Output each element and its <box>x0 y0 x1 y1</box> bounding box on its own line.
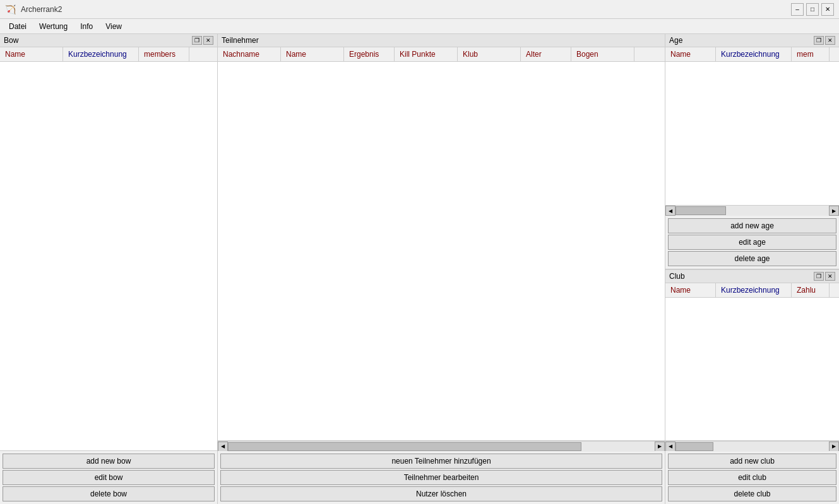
teilnehmer-scroll-track[interactable] <box>228 442 655 452</box>
age-scroll-right[interactable]: ▶ <box>829 206 839 216</box>
menu-datei[interactable]: Datei <box>3 21 33 32</box>
bow-panel-header: Bow ❐ ✕ <box>0 34 217 47</box>
club-scrollbar[interactable]: ◀ ▶ <box>665 441 839 451</box>
age-close-button[interactable]: ✕ <box>825 36 835 45</box>
edit-bow-button[interactable]: edit bow <box>3 470 215 485</box>
bow-restore-button[interactable]: ❐ <box>192 36 202 45</box>
teilnehmer-col-klub: Klub <box>458 47 521 61</box>
close-button[interactable]: ✕ <box>821 3 834 16</box>
menu-bar: Datei Wertung Info View <box>0 19 839 34</box>
teilnehmer-col-name: Name <box>281 47 344 61</box>
club-scroll-track[interactable] <box>675 442 829 452</box>
club-panel-header: Club ❐ ✕ <box>665 270 839 283</box>
club-close-button[interactable]: ✕ <box>825 272 835 281</box>
app-icon: 🏹 <box>5 4 16 15</box>
menu-wertung[interactable]: Wertung <box>33 21 74 32</box>
club-button-area: add new club edit club delete club <box>665 451 839 504</box>
title-bar: 🏹 Archerrank2 – □ ✕ <box>0 0 839 19</box>
add-new-age-button[interactable]: add new age <box>668 218 836 233</box>
teilnehmer-col-bogen: Bogen <box>571 47 634 61</box>
teilnehmer-scrollbar[interactable]: ◀ ▶ <box>218 441 665 451</box>
edit-teilnehmer-button[interactable]: Teilnehmer bearbeiten <box>220 470 662 485</box>
delete-age-button[interactable]: delete age <box>668 251 836 266</box>
right-panels: Age ❐ ✕ Name Kurzbezeichnung mem ◀ <box>665 34 839 504</box>
teilnehmer-panel: Teilnehmer Nachname Name Ergebnis Kill P… <box>218 34 665 504</box>
delete-bow-button[interactable]: delete bow <box>3 486 215 501</box>
delete-teilnehmer-button[interactable]: Nutzer löschen <box>220 486 662 501</box>
bow-col-members: members <box>139 47 189 61</box>
club-scroll-left[interactable]: ◀ <box>665 442 675 452</box>
teilnehmer-col-ergebnis: Ergebnis <box>344 47 395 61</box>
club-table-header: Name Kurzbezeichnung Zahlu <box>665 283 839 298</box>
main-content: Bow ❐ ✕ Name Kurzbezeichnung members add… <box>0 34 839 504</box>
menu-view[interactable]: View <box>99 21 128 32</box>
age-panel-controls: ❐ ✕ <box>814 36 835 45</box>
teilnehmer-col-alter: Alter <box>521 47 571 61</box>
bow-col-name: Name <box>0 47 63 61</box>
bow-panel: Bow ❐ ✕ Name Kurzbezeichnung members add… <box>0 34 218 504</box>
club-restore-button[interactable]: ❐ <box>814 272 824 281</box>
teilnehmer-scroll-left[interactable]: ◀ <box>218 442 228 452</box>
age-button-area: add new age edit age delete age <box>665 216 839 269</box>
edit-club-button[interactable]: edit club <box>668 470 836 485</box>
club-panel-controls: ❐ ✕ <box>814 272 835 281</box>
age-table-header: Name Kurzbezeichnung mem <box>665 47 839 62</box>
app-title: Archerrank2 <box>21 5 62 14</box>
teilnehmer-col-nachname: Nachname <box>218 47 281 61</box>
age-restore-button[interactable]: ❐ <box>814 36 824 45</box>
teilnehmer-panel-header: Teilnehmer <box>218 34 665 47</box>
club-table-area: Name Kurzbezeichnung Zahlu <box>665 283 839 442</box>
club-scroll-right[interactable]: ▶ <box>829 442 839 452</box>
age-scroll-left[interactable]: ◀ <box>665 206 675 216</box>
club-scroll-thumb <box>675 442 713 451</box>
age-col-members: mem <box>792 47 830 61</box>
age-panel-title: Age <box>669 36 682 45</box>
club-panel-title: Club <box>669 272 685 281</box>
delete-club-button[interactable]: delete club <box>668 486 836 501</box>
menu-info[interactable]: Info <box>74 21 99 32</box>
title-bar-left: 🏹 Archerrank2 <box>5 4 62 15</box>
age-table-area: Name Kurzbezeichnung mem <box>665 47 839 206</box>
club-col-kurz: Kurzbezeichnung <box>716 283 792 297</box>
add-new-club-button[interactable]: add new club <box>668 454 836 469</box>
age-col-kurz: Kurzbezeichnung <box>716 47 792 61</box>
club-col-name: Name <box>665 283 716 297</box>
age-scroll-thumb <box>675 206 726 215</box>
bow-button-area: add new bow edit bow delete bow <box>0 451 217 504</box>
age-scroll-track[interactable] <box>675 206 829 216</box>
age-scrollbar[interactable]: ◀ ▶ <box>665 206 839 216</box>
age-panel: Age ❐ ✕ Name Kurzbezeichnung mem ◀ <box>665 34 839 270</box>
teilnehmer-table-area: Nachname Name Ergebnis Kill Punkte Klub … <box>218 47 665 441</box>
bow-panel-controls: ❐ ✕ <box>192 36 213 45</box>
teilnehmer-scroll-right[interactable]: ▶ <box>655 442 665 452</box>
club-col-zahlung: Zahlu <box>792 283 830 297</box>
age-panel-header: Age ❐ ✕ <box>665 34 839 47</box>
minimize-button[interactable]: – <box>791 3 804 16</box>
age-col-name: Name <box>665 47 716 61</box>
club-panel: Club ❐ ✕ Name Kurzbezeichnung Zahlu ◀ <box>665 270 839 505</box>
add-new-bow-button[interactable]: add new bow <box>3 454 215 469</box>
bow-table-area: Name Kurzbezeichnung members <box>0 47 217 451</box>
teilnehmer-table-header: Nachname Name Ergebnis Kill Punkte Klub … <box>218 47 665 62</box>
bow-table-header: Name Kurzbezeichnung members <box>0 47 217 62</box>
teilnehmer-col-killpunkte: Kill Punkte <box>395 47 458 61</box>
title-bar-controls: – □ ✕ <box>791 3 834 16</box>
bow-col-kurz: Kurzbezeichnung <box>63 47 139 61</box>
maximize-button[interactable]: □ <box>806 3 819 16</box>
teilnehmer-button-area: neuen Teilnehmer hinzufügen Teilnehmer b… <box>218 451 665 504</box>
teilnehmer-scroll-thumb <box>228 442 581 451</box>
bow-panel-title: Bow <box>4 36 18 45</box>
add-teilnehmer-button[interactable]: neuen Teilnehmer hinzufügen <box>220 454 662 469</box>
bow-close-button[interactable]: ✕ <box>203 36 213 45</box>
teilnehmer-panel-title: Teilnehmer <box>222 36 259 45</box>
edit-age-button[interactable]: edit age <box>668 235 836 250</box>
